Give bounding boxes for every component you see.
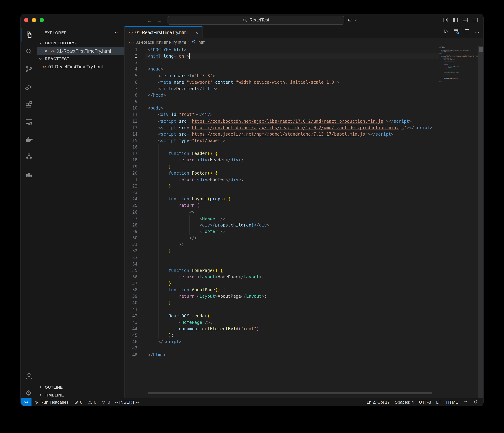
remote-indicator[interactable]: >< xyxy=(21,398,32,406)
code-line[interactable]: 3 xyxy=(125,60,439,66)
code-line[interactable]: 2<html lang="en"> xyxy=(125,53,439,59)
views-more-actions-icon[interactable]: ⋯ xyxy=(115,29,120,35)
code-line[interactable]: 26 <> xyxy=(125,209,439,215)
code-line[interactable]: 30 </> xyxy=(125,235,439,241)
activity-bar-item-bar-chart[interactable] xyxy=(21,165,37,183)
breadcrumb-symbol[interactable]: html xyxy=(198,40,207,45)
code-line[interactable]: 5 <meta charset="UTF-8"> xyxy=(125,72,439,79)
preview-icon[interactable] xyxy=(453,28,460,36)
code-line[interactable]: 4<head> xyxy=(125,66,439,72)
code-line[interactable]: 47 xyxy=(125,345,439,352)
code-line[interactable]: 12 <script src="https://cdn.bootcdn.net/… xyxy=(125,118,439,124)
close-window-button[interactable] xyxy=(24,18,28,22)
tab-active-file[interactable]: <> 01-ReactFirstTimeTry.html × xyxy=(125,26,203,38)
tree-file-item[interactable]: <> 01-ReactFirstTimeTry.html xyxy=(37,63,124,71)
split-editor-icon[interactable] xyxy=(464,28,470,36)
status-item-bell-icon[interactable] xyxy=(470,398,480,406)
code-line[interactable]: 45 ); xyxy=(125,332,439,338)
minimize-window-button[interactable] xyxy=(32,18,36,22)
open-editor-item[interactable]: × <> 01-ReactFirstTimeTry.html xyxy=(37,47,124,55)
horizontal-scrollbar-thumb[interactable] xyxy=(148,392,432,394)
code-editor[interactable]: 1<!DOCTYPE html>2<html lang="en">34<head… xyxy=(125,46,439,358)
timeline-section-header[interactable]: TIMELINE xyxy=(37,391,124,399)
outline-section-header[interactable]: OUTLINE xyxy=(37,383,124,391)
workspace-section-header[interactable]: REACTTEST xyxy=(37,55,124,63)
back-button[interactable]: ← xyxy=(147,17,152,23)
code-line[interactable]: 14 <script src="https://cdn.jsdelivr.net… xyxy=(125,131,439,137)
code-line[interactable]: 35 function HomePage() { xyxy=(125,267,439,274)
code-line[interactable]: 29 <Footer /> xyxy=(125,228,439,235)
code-line[interactable]: 41 xyxy=(125,306,439,313)
code-line[interactable]: 36 return <Layout>HomePage</Layout>; xyxy=(125,274,439,280)
code-line[interactable]: 42 ReactDOM.render( xyxy=(125,313,439,319)
code-line[interactable]: 40 } xyxy=(125,300,439,306)
code-line[interactable]: 31 ); xyxy=(125,241,439,248)
minimap[interactable]: <!DOCTYPE html> <html lang="en"> <head> … xyxy=(439,46,478,82)
code-line[interactable]: 33 xyxy=(125,254,439,261)
code-line[interactable]: 37 } xyxy=(125,280,439,287)
code-line[interactable]: 17 function Header() { xyxy=(125,150,439,157)
toggle-secondary-sidebar-icon[interactable] xyxy=(472,17,479,23)
activity-bar-item-account[interactable] xyxy=(21,367,37,384)
copilot-icon[interactable] xyxy=(347,17,353,23)
code-line[interactable]: 32 } xyxy=(125,248,439,254)
status-item-run-testcases[interactable]: Run Testcases xyxy=(32,398,71,406)
code-line[interactable]: 34 xyxy=(125,261,439,267)
command-center-search[interactable]: ReactTest xyxy=(168,16,344,25)
horizontal-scrollbar[interactable] xyxy=(125,392,439,394)
more-actions-icon[interactable]: ⋯ xyxy=(474,29,480,35)
close-editor-icon[interactable]: × xyxy=(44,48,49,54)
code-line[interactable]: 21 return <div>Footer</div>; xyxy=(125,177,439,183)
vertical-scrollbar-thumb[interactable] xyxy=(479,47,483,52)
code-line[interactable]: 11 <div id="root"></div> xyxy=(125,111,439,118)
code-line[interactable]: 8</head> xyxy=(125,92,439,98)
code-line[interactable]: 43 <HomePage />, xyxy=(125,319,439,326)
code-line[interactable]: 24 function Layout(props) { xyxy=(125,196,439,202)
code-line[interactable]: 13 <script src="https://cdn.bootcdn.net/… xyxy=(125,124,439,131)
breadcrumb-file[interactable]: 01-ReactFirstTimeTry.html xyxy=(136,40,186,45)
toggle-panel-icon[interactable] xyxy=(462,17,468,23)
code-line[interactable]: 7 <title>Document</title> xyxy=(125,86,439,92)
run-icon[interactable] xyxy=(443,28,449,36)
status-item-spaces-4[interactable]: Spaces: 4 xyxy=(392,398,416,406)
code-line[interactable]: 1<!DOCTYPE html> xyxy=(125,46,439,53)
toggle-primary-sidebar-icon[interactable] xyxy=(452,17,459,23)
close-tab-icon[interactable]: × xyxy=(194,29,199,35)
code-line[interactable]: 20 function Footer() { xyxy=(125,170,439,176)
code-line[interactable]: 22 } xyxy=(125,183,439,189)
code-line[interactable]: 15 <script type="text/babel"> xyxy=(125,137,439,144)
customize-layout-icon[interactable] xyxy=(442,17,449,23)
code-line[interactable]: 19 } xyxy=(125,163,439,170)
status-item-html[interactable]: HTML xyxy=(444,398,460,406)
zoom-window-button[interactable] xyxy=(40,18,44,22)
code-line[interactable]: 10<body> xyxy=(125,105,439,111)
status-item-0[interactable]: 0 xyxy=(99,398,113,406)
activity-bar-item-run-debug[interactable] xyxy=(21,78,37,95)
activity-bar-item-docker[interactable] xyxy=(21,131,37,148)
status-item-lf[interactable]: LF xyxy=(434,398,444,406)
code-line[interactable]: 9 xyxy=(125,98,439,105)
vertical-scrollbar[interactable] xyxy=(478,46,483,398)
activity-bar-item-share-network[interactable] xyxy=(21,148,37,165)
activity-bar-item-extensions[interactable] xyxy=(21,96,37,113)
status-item-0[interactable]: 0 xyxy=(85,398,99,406)
status-item-utf-8[interactable]: UTF-8 xyxy=(416,398,434,406)
code-line[interactable]: 25 return ( xyxy=(125,202,439,209)
code-line[interactable]: 6 <meta name="viewport" content="width=d… xyxy=(125,79,439,85)
status-item-0[interactable]: 0 xyxy=(71,398,85,406)
status-item-insert[interactable]: -- INSERT -- xyxy=(113,398,141,406)
activity-bar-item-explorer[interactable] xyxy=(21,26,37,43)
code-line[interactable]: 44 document.getElementById("root") xyxy=(125,326,439,332)
status-item-ln-2-col-17[interactable]: Ln 2, Col 17 xyxy=(364,398,392,406)
chevron-down-icon[interactable] xyxy=(354,18,358,22)
code-line[interactable]: 28 <div>{props.children}</div> xyxy=(125,222,439,228)
code-line[interactable]: 27 <Header /> xyxy=(125,215,439,222)
activity-bar-item-remote-explorer[interactable] xyxy=(21,114,37,131)
code-line[interactable]: 16 xyxy=(125,144,439,150)
code-line[interactable]: 38 function AboutPage() { xyxy=(125,287,439,293)
code-line[interactable]: 18 return <div>Header</div>; xyxy=(125,157,439,163)
status-item-copilot-icon[interactable] xyxy=(460,398,470,406)
activity-bar-item-source-control[interactable] xyxy=(21,61,37,78)
code-line[interactable]: 39 return <Layout>AboutPage</Layout>; xyxy=(125,293,439,300)
code-line[interactable]: 23 xyxy=(125,189,439,196)
